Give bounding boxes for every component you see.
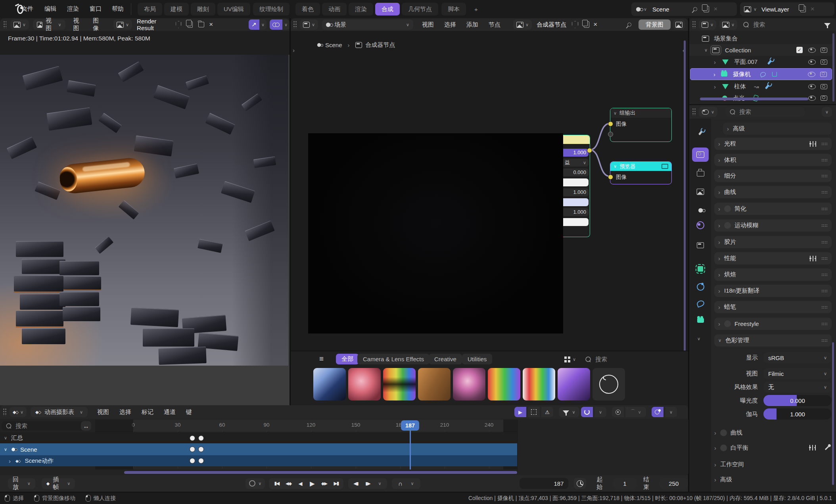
shelf-tab-creative[interactable]: Creative [429, 354, 462, 364]
menu-file[interactable]: 文件 [20, 5, 35, 13]
fake-user-icon[interactable] [176, 21, 181, 28]
keying-popover[interactable]: ◆插帧∨ [42, 478, 75, 489]
node-value-field[interactable]: 1.000 [563, 188, 589, 196]
frame-step-dropdown[interactable]: ∨ [374, 478, 385, 489]
panel-subdivision[interactable]: ›细分 [714, 170, 832, 182]
node-viewer[interactable]: ∨预览器 图像 [610, 161, 672, 184]
image-viewport[interactable] [0, 44, 290, 405]
channel-search[interactable]: 搜索 [2, 421, 87, 431]
unlink-nodetree-icon[interactable]: × [593, 21, 597, 29]
outliner-row-cylinder[interactable]: › 柱体 ↝ [689, 81, 833, 92]
editor-type-button[interactable]: ◆◇∨ [10, 407, 27, 417]
drag-dots-icon[interactable] [821, 207, 828, 211]
eye-icon[interactable] [808, 96, 816, 101]
animation-path-icon[interactable]: ↝ [754, 83, 759, 90]
dopesheet-mode-dropdown[interactable]: ◆◇动画摄影表∨ [31, 407, 88, 417]
proportional-edit-toggle[interactable] [652, 407, 663, 417]
backdrop-image-button[interactable] [673, 19, 685, 30]
subpanel-advanced[interactable]: ›高级 [714, 474, 832, 485]
outliner-row-camera-selected[interactable]: › 摄像机 [690, 68, 832, 80]
editor-type-button[interactable]: ∨ [300, 19, 318, 30]
node-header[interactable]: ∨组输出 [610, 108, 671, 118]
eye-icon[interactable] [808, 48, 816, 53]
node-editor-scrollbar[interactable] [684, 40, 686, 351]
editor-type-button[interactable]: ∨ [699, 20, 716, 30]
timeline-menu-marker[interactable]: 标记 [140, 408, 155, 416]
tab-scene[interactable] [692, 203, 709, 217]
modifier-wrench-icon[interactable] [765, 84, 769, 89]
tab-sculpting[interactable]: 雕刻 [191, 3, 215, 15]
image-name[interactable]: Render Result [137, 18, 169, 31]
panel-advanced-sub[interactable]: ›高级 [723, 123, 832, 135]
tab-collection[interactable] [692, 238, 709, 252]
sliders-icon[interactable] [809, 256, 817, 261]
loop-dropdown[interactable]: ∨ [406, 478, 418, 489]
eyedropper-icon[interactable] [825, 445, 829, 450]
scene-name[interactable]: Scene [652, 6, 669, 13]
node-color-swatch-lavender[interactable] [563, 198, 589, 206]
backdrop-toggle-button[interactable]: 背景图 [639, 19, 671, 30]
drag-dots-icon[interactable] [821, 241, 828, 244]
tab-object[interactable] [692, 262, 709, 276]
asset-thumbnail-clock[interactable] [592, 368, 625, 401]
tab-world[interactable] [692, 218, 709, 232]
grip-icon[interactable] [3, 408, 6, 416]
image-menu-view[interactable]: 视图 [72, 17, 85, 32]
snapping-toggle[interactable] [581, 407, 593, 417]
close-viewlayer-icon[interactable]: × [811, 5, 815, 13]
shelf-display-dropdown[interactable]: ∨ [564, 355, 576, 364]
tab-view-layer[interactable] [692, 184, 709, 199]
playhead-line[interactable] [410, 430, 411, 470]
nodetree-name[interactable]: 合成器节点 [537, 21, 566, 29]
timeline-menu-key[interactable]: 键 [184, 408, 194, 416]
tab-shading[interactable]: 着色 [295, 3, 320, 15]
drag-dots-icon[interactable] [821, 191, 828, 194]
asset-thumbnail-1[interactable] [313, 368, 346, 401]
viewlayer-selector[interactable]: ∨ ViewLayer × [740, 2, 834, 16]
menu-help[interactable]: 帮助 [110, 5, 125, 13]
tab-camera-data[interactable] [692, 313, 709, 328]
new-scene-icon[interactable] [704, 6, 709, 12]
expand-range-button[interactable]: ↔ [81, 421, 91, 431]
drag-dots-icon[interactable] [821, 257, 828, 260]
node-color-swatch-white-2[interactable] [563, 218, 589, 226]
outliner-row-collection[interactable]: ∨ Collection ✓ [689, 44, 833, 56]
menu-window[interactable]: 窗口 [88, 5, 103, 13]
panel-freestyle[interactable]: ›Freestyle [714, 318, 832, 330]
warning-filter-button[interactable]: ⚠ [541, 407, 553, 417]
properties-options-dropdown[interactable]: ∨ [822, 107, 832, 117]
gamma-slider[interactable]: 1.000 [763, 408, 832, 420]
timeline-menu-select[interactable]: 选择 [118, 408, 133, 416]
start-frame-field[interactable]: 1 [613, 478, 637, 489]
drag-dots-icon[interactable] [821, 142, 828, 146]
motion-blur-checkbox[interactable] [724, 222, 731, 229]
camera-visibility-icon[interactable] [821, 48, 827, 53]
panel-bake[interactable]: ›烘焙 [714, 268, 832, 281]
modifier-wrench-icon[interactable] [767, 59, 772, 64]
outliner-hscrollbar[interactable] [700, 98, 808, 100]
simplify-checkbox[interactable] [724, 205, 731, 212]
camera-visibility-icon[interactable] [821, 84, 827, 89]
image-menu-image[interactable]: 图像 [91, 17, 105, 32]
tab-scripting[interactable]: 脚本 [441, 3, 466, 15]
drag-dots-icon[interactable] [821, 224, 828, 227]
output-socket[interactable] [587, 148, 592, 153]
timeline-menu-channel[interactable]: 通道 [162, 408, 177, 416]
node-fac-slider[interactable]: 1.000 [563, 149, 589, 157]
subpanel-workspace[interactable]: ›工作空间 [714, 459, 832, 470]
eye-icon[interactable] [808, 84, 816, 89]
timeline-hscrollbar[interactable] [124, 471, 517, 474]
panel-performance[interactable]: ›性能 [714, 252, 832, 264]
asset-thumbnail-7[interactable] [523, 368, 555, 401]
camera-visibility-icon[interactable] [820, 72, 827, 77]
eye-icon[interactable] [808, 59, 816, 65]
pin-icon[interactable] [692, 6, 698, 12]
duplicate-nodetree-icon[interactable] [584, 21, 589, 28]
expand-icon[interactable]: ∨ [704, 48, 708, 52]
constraint-icon[interactable] [760, 71, 767, 77]
node-menu-view[interactable]: 视图 [420, 21, 435, 29]
panel-grease-pencil[interactable]: ›蜡笔 [714, 301, 832, 313]
image-mode-dropdown[interactable]: 视图∨ [33, 19, 65, 30]
panel-curves[interactable]: ›曲线 [714, 186, 832, 198]
panel-volumes[interactable]: ›体积 [714, 154, 832, 166]
